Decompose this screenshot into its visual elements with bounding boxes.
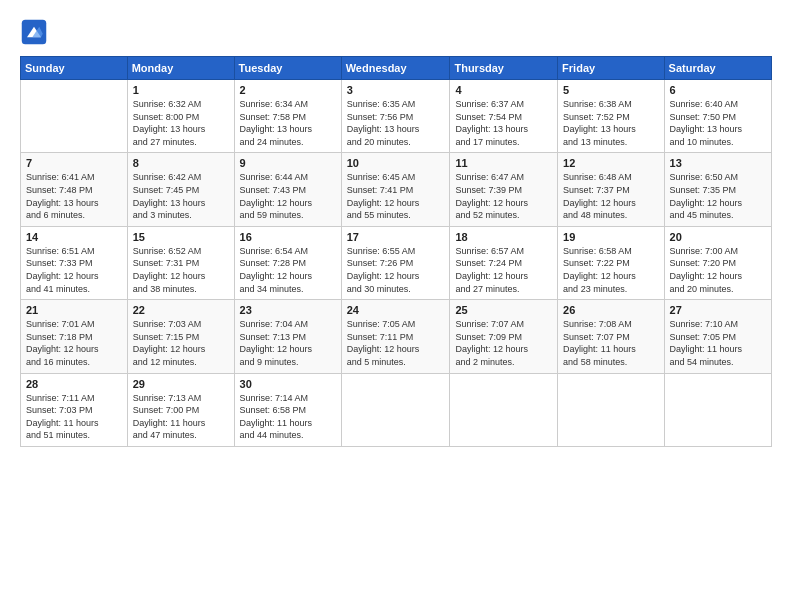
day-info: Sunrise: 7:04 AM Sunset: 7:13 PM Dayligh…	[240, 318, 336, 368]
day-info: Sunrise: 6:50 AM Sunset: 7:35 PM Dayligh…	[670, 171, 766, 221]
day-number: 3	[347, 84, 445, 96]
day-info: Sunrise: 7:10 AM Sunset: 7:05 PM Dayligh…	[670, 318, 766, 368]
day-number: 24	[347, 304, 445, 316]
day-number: 17	[347, 231, 445, 243]
day-number: 14	[26, 231, 122, 243]
day-info: Sunrise: 7:00 AM Sunset: 7:20 PM Dayligh…	[670, 245, 766, 295]
calendar-cell: 5Sunrise: 6:38 AM Sunset: 7:52 PM Daylig…	[558, 80, 664, 153]
day-number: 15	[133, 231, 229, 243]
day-number: 12	[563, 157, 658, 169]
day-number: 25	[455, 304, 552, 316]
day-number: 13	[670, 157, 766, 169]
calendar-cell: 6Sunrise: 6:40 AM Sunset: 7:50 PM Daylig…	[664, 80, 771, 153]
day-number: 20	[670, 231, 766, 243]
day-info: Sunrise: 6:51 AM Sunset: 7:33 PM Dayligh…	[26, 245, 122, 295]
calendar-header-thursday: Thursday	[450, 57, 558, 80]
day-info: Sunrise: 7:13 AM Sunset: 7:00 PM Dayligh…	[133, 392, 229, 442]
day-number: 29	[133, 378, 229, 390]
day-info: Sunrise: 6:52 AM Sunset: 7:31 PM Dayligh…	[133, 245, 229, 295]
day-info: Sunrise: 6:48 AM Sunset: 7:37 PM Dayligh…	[563, 171, 658, 221]
calendar-cell: 12Sunrise: 6:48 AM Sunset: 7:37 PM Dayli…	[558, 153, 664, 226]
day-number: 7	[26, 157, 122, 169]
calendar-cell: 18Sunrise: 6:57 AM Sunset: 7:24 PM Dayli…	[450, 226, 558, 299]
day-number: 26	[563, 304, 658, 316]
calendar-week-row: 28Sunrise: 7:11 AM Sunset: 7:03 PM Dayli…	[21, 373, 772, 446]
day-info: Sunrise: 6:35 AM Sunset: 7:56 PM Dayligh…	[347, 98, 445, 148]
day-info: Sunrise: 7:07 AM Sunset: 7:09 PM Dayligh…	[455, 318, 552, 368]
calendar-cell: 4Sunrise: 6:37 AM Sunset: 7:54 PM Daylig…	[450, 80, 558, 153]
day-info: Sunrise: 7:05 AM Sunset: 7:11 PM Dayligh…	[347, 318, 445, 368]
day-number: 6	[670, 84, 766, 96]
calendar-table: SundayMondayTuesdayWednesdayThursdayFrid…	[20, 56, 772, 447]
day-info: Sunrise: 7:08 AM Sunset: 7:07 PM Dayligh…	[563, 318, 658, 368]
calendar-cell: 16Sunrise: 6:54 AM Sunset: 7:28 PM Dayli…	[234, 226, 341, 299]
calendar-cell: 28Sunrise: 7:11 AM Sunset: 7:03 PM Dayli…	[21, 373, 128, 446]
day-info: Sunrise: 7:11 AM Sunset: 7:03 PM Dayligh…	[26, 392, 122, 442]
day-info: Sunrise: 6:32 AM Sunset: 8:00 PM Dayligh…	[133, 98, 229, 148]
day-number: 5	[563, 84, 658, 96]
day-info: Sunrise: 6:58 AM Sunset: 7:22 PM Dayligh…	[563, 245, 658, 295]
logo-icon	[20, 18, 48, 46]
calendar-header-row: SundayMondayTuesdayWednesdayThursdayFrid…	[21, 57, 772, 80]
day-number: 4	[455, 84, 552, 96]
day-number: 8	[133, 157, 229, 169]
calendar-cell: 17Sunrise: 6:55 AM Sunset: 7:26 PM Dayli…	[341, 226, 450, 299]
day-info: Sunrise: 6:37 AM Sunset: 7:54 PM Dayligh…	[455, 98, 552, 148]
calendar-cell: 21Sunrise: 7:01 AM Sunset: 7:18 PM Dayli…	[21, 300, 128, 373]
calendar-cell: 1Sunrise: 6:32 AM Sunset: 8:00 PM Daylig…	[127, 80, 234, 153]
day-number: 23	[240, 304, 336, 316]
calendar-cell: 22Sunrise: 7:03 AM Sunset: 7:15 PM Dayli…	[127, 300, 234, 373]
day-info: Sunrise: 6:55 AM Sunset: 7:26 PM Dayligh…	[347, 245, 445, 295]
calendar-cell	[558, 373, 664, 446]
day-info: Sunrise: 6:45 AM Sunset: 7:41 PM Dayligh…	[347, 171, 445, 221]
calendar-cell: 23Sunrise: 7:04 AM Sunset: 7:13 PM Dayli…	[234, 300, 341, 373]
calendar-cell: 8Sunrise: 6:42 AM Sunset: 7:45 PM Daylig…	[127, 153, 234, 226]
day-info: Sunrise: 6:54 AM Sunset: 7:28 PM Dayligh…	[240, 245, 336, 295]
calendar-cell: 11Sunrise: 6:47 AM Sunset: 7:39 PM Dayli…	[450, 153, 558, 226]
day-info: Sunrise: 6:47 AM Sunset: 7:39 PM Dayligh…	[455, 171, 552, 221]
calendar-cell: 29Sunrise: 7:13 AM Sunset: 7:00 PM Dayli…	[127, 373, 234, 446]
day-info: Sunrise: 6:34 AM Sunset: 7:58 PM Dayligh…	[240, 98, 336, 148]
calendar-cell: 14Sunrise: 6:51 AM Sunset: 7:33 PM Dayli…	[21, 226, 128, 299]
calendar-cell: 7Sunrise: 6:41 AM Sunset: 7:48 PM Daylig…	[21, 153, 128, 226]
day-number: 27	[670, 304, 766, 316]
calendar-cell	[450, 373, 558, 446]
calendar-cell: 2Sunrise: 6:34 AM Sunset: 7:58 PM Daylig…	[234, 80, 341, 153]
day-number: 28	[26, 378, 122, 390]
page-header	[20, 18, 772, 46]
calendar-cell	[341, 373, 450, 446]
calendar-cell	[664, 373, 771, 446]
day-number: 18	[455, 231, 552, 243]
day-number: 22	[133, 304, 229, 316]
calendar-header-monday: Monday	[127, 57, 234, 80]
day-number: 19	[563, 231, 658, 243]
day-number: 30	[240, 378, 336, 390]
day-info: Sunrise: 7:03 AM Sunset: 7:15 PM Dayligh…	[133, 318, 229, 368]
day-info: Sunrise: 6:41 AM Sunset: 7:48 PM Dayligh…	[26, 171, 122, 221]
day-number: 1	[133, 84, 229, 96]
calendar-cell: 26Sunrise: 7:08 AM Sunset: 7:07 PM Dayli…	[558, 300, 664, 373]
calendar-week-row: 7Sunrise: 6:41 AM Sunset: 7:48 PM Daylig…	[21, 153, 772, 226]
day-number: 10	[347, 157, 445, 169]
calendar-cell: 30Sunrise: 7:14 AM Sunset: 6:58 PM Dayli…	[234, 373, 341, 446]
calendar-header-saturday: Saturday	[664, 57, 771, 80]
calendar-header-sunday: Sunday	[21, 57, 128, 80]
calendar-week-row: 21Sunrise: 7:01 AM Sunset: 7:18 PM Dayli…	[21, 300, 772, 373]
day-info: Sunrise: 7:14 AM Sunset: 6:58 PM Dayligh…	[240, 392, 336, 442]
day-info: Sunrise: 7:01 AM Sunset: 7:18 PM Dayligh…	[26, 318, 122, 368]
calendar-cell: 13Sunrise: 6:50 AM Sunset: 7:35 PM Dayli…	[664, 153, 771, 226]
day-info: Sunrise: 6:40 AM Sunset: 7:50 PM Dayligh…	[670, 98, 766, 148]
calendar-cell: 19Sunrise: 6:58 AM Sunset: 7:22 PM Dayli…	[558, 226, 664, 299]
calendar-cell: 27Sunrise: 7:10 AM Sunset: 7:05 PM Dayli…	[664, 300, 771, 373]
day-number: 11	[455, 157, 552, 169]
calendar-week-row: 1Sunrise: 6:32 AM Sunset: 8:00 PM Daylig…	[21, 80, 772, 153]
calendar-cell: 25Sunrise: 7:07 AM Sunset: 7:09 PM Dayli…	[450, 300, 558, 373]
day-info: Sunrise: 6:42 AM Sunset: 7:45 PM Dayligh…	[133, 171, 229, 221]
calendar-week-row: 14Sunrise: 6:51 AM Sunset: 7:33 PM Dayli…	[21, 226, 772, 299]
calendar-header-friday: Friday	[558, 57, 664, 80]
calendar-cell: 9Sunrise: 6:44 AM Sunset: 7:43 PM Daylig…	[234, 153, 341, 226]
day-number: 16	[240, 231, 336, 243]
calendar-cell: 15Sunrise: 6:52 AM Sunset: 7:31 PM Dayli…	[127, 226, 234, 299]
day-number: 21	[26, 304, 122, 316]
calendar-cell: 3Sunrise: 6:35 AM Sunset: 7:56 PM Daylig…	[341, 80, 450, 153]
